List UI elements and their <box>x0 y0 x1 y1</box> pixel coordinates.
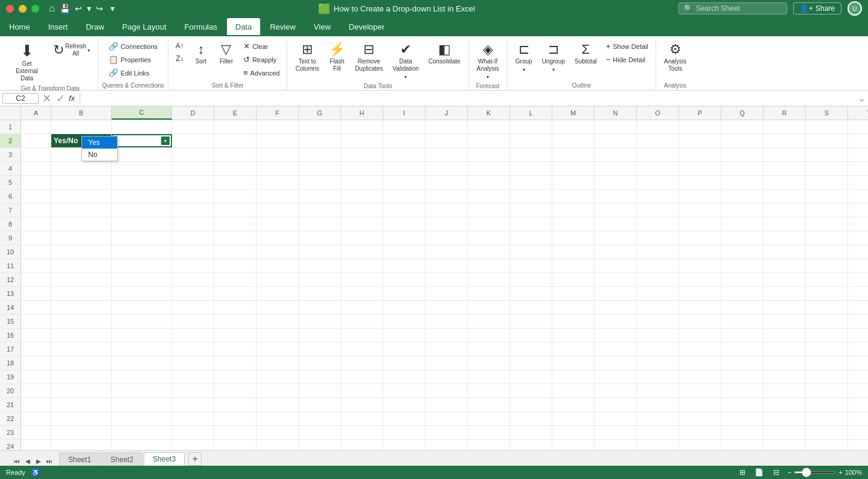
cell-J5[interactable] <box>426 176 468 189</box>
cell-E6[interactable] <box>214 190 257 203</box>
row-header-20[interactable]: 20 <box>0 384 21 397</box>
cell-E21[interactable] <box>214 398 257 411</box>
cell-R22[interactable] <box>764 412 806 425</box>
col-header-i[interactable]: I <box>383 106 426 120</box>
cell-D2[interactable] <box>172 134 214 147</box>
row-header-2[interactable]: 2 <box>0 134 21 147</box>
cell-Q17[interactable] <box>721 342 764 356</box>
cell-C19[interactable] <box>112 370 172 384</box>
cell-H3[interactable] <box>341 148 383 161</box>
cell-G2[interactable] <box>299 134 341 147</box>
cell-G4[interactable] <box>299 162 341 175</box>
cell-F6[interactable] <box>257 190 299 203</box>
cell-S9[interactable] <box>806 231 848 245</box>
cell-N16[interactable] <box>595 329 637 342</box>
cell-D20[interactable] <box>172 384 214 397</box>
cell-E5[interactable] <box>214 176 257 189</box>
row-header-10[interactable]: 10 <box>0 245 21 259</box>
cell-K4[interactable] <box>468 162 510 175</box>
cell-J18[interactable] <box>426 356 468 370</box>
cell-O3[interactable] <box>637 148 679 161</box>
cell-N5[interactable] <box>595 176 637 189</box>
cell-J2[interactable] <box>426 134 468 147</box>
cell-K9[interactable] <box>468 231 510 245</box>
cell-K21[interactable] <box>468 398 510 411</box>
cell-J12[interactable] <box>426 273 468 286</box>
cell-E11[interactable] <box>214 259 257 272</box>
cell-A2[interactable] <box>21 134 51 147</box>
row-header-1[interactable]: 1 <box>0 120 21 133</box>
cell-L16[interactable] <box>510 329 552 342</box>
cell-A21[interactable] <box>21 398 51 411</box>
cell-H14[interactable] <box>341 301 383 314</box>
cell-B7[interactable] <box>51 204 112 217</box>
cell-P24[interactable] <box>679 440 721 450</box>
cell-D21[interactable] <box>172 398 214 411</box>
cell-J21[interactable] <box>426 398 468 411</box>
row-header-7[interactable]: 7 <box>0 204 21 217</box>
sort-za-button[interactable]: Z↓ <box>172 53 187 65</box>
cell-F22[interactable] <box>257 412 299 425</box>
cell-I24[interactable] <box>383 440 426 450</box>
subtotal-button[interactable]: Σ Subtotal <box>570 40 601 68</box>
cell-E23[interactable] <box>214 426 257 439</box>
cell-P17[interactable] <box>679 342 721 356</box>
cell-T11[interactable] <box>848 259 868 272</box>
cell-N14[interactable] <box>595 301 637 314</box>
cell-G14[interactable] <box>299 301 341 314</box>
cell-L6[interactable] <box>510 190 552 203</box>
cell-K22[interactable] <box>468 412 510 425</box>
cell-N12[interactable] <box>595 273 637 286</box>
cell-L13[interactable] <box>510 287 552 300</box>
cell-I11[interactable] <box>383 259 426 272</box>
cell-E22[interactable] <box>214 412 257 425</box>
cell-S11[interactable] <box>806 259 848 272</box>
cell-N3[interactable] <box>595 148 637 161</box>
cell-B10[interactable] <box>51 245 112 259</box>
cell-E12[interactable] <box>214 273 257 286</box>
cell-C2[interactable]: ▾ <box>112 134 172 147</box>
cell-K23[interactable] <box>468 426 510 439</box>
row-header-15[interactable]: 15 <box>0 315 21 328</box>
formula-bar-check-icon[interactable]: ✓ <box>55 92 66 105</box>
cell-G1[interactable] <box>299 120 341 133</box>
cell-G22[interactable] <box>299 412 341 425</box>
cell-C9[interactable] <box>112 231 172 245</box>
cell-H12[interactable] <box>341 273 383 286</box>
cell-L21[interactable] <box>510 398 552 411</box>
cell-C8[interactable] <box>112 217 172 231</box>
cell-T17[interactable] <box>848 342 868 356</box>
row-header-17[interactable]: 17 <box>0 342 21 356</box>
cell-B16[interactable] <box>51 329 112 342</box>
cell-H22[interactable] <box>341 412 383 425</box>
cell-H15[interactable] <box>341 315 383 328</box>
cell-I8[interactable] <box>383 217 426 231</box>
dropdown-option-yes[interactable]: Yes <box>82 137 117 149</box>
tab-first-button[interactable]: ⏮ <box>12 456 22 466</box>
cell-B18[interactable] <box>51 356 112 370</box>
cell-Q20[interactable] <box>721 384 764 397</box>
cell-J7[interactable] <box>426 204 468 217</box>
cell-F24[interactable] <box>257 440 299 450</box>
col-header-f[interactable]: F <box>257 106 299 120</box>
cell-N21[interactable] <box>595 398 637 411</box>
col-header-s[interactable]: S <box>806 106 848 120</box>
cell-B8[interactable] <box>51 217 112 231</box>
tab-prev-button[interactable]: ◀ <box>23 456 33 466</box>
cell-S14[interactable] <box>806 301 848 314</box>
cell-O9[interactable] <box>637 231 679 245</box>
cell-P13[interactable] <box>679 287 721 300</box>
cell-B1[interactable] <box>51 120 112 133</box>
cell-P8[interactable] <box>679 217 721 231</box>
cell-O8[interactable] <box>637 217 679 231</box>
zoom-in-icon[interactable]: + <box>838 469 842 476</box>
cell-L7[interactable] <box>510 204 552 217</box>
cell-F8[interactable] <box>257 217 299 231</box>
cell-Q5[interactable] <box>721 176 764 189</box>
cell-G21[interactable] <box>299 398 341 411</box>
cell-A20[interactable] <box>21 384 51 397</box>
cell-Q2[interactable] <box>721 134 764 147</box>
formula-bar-expand-icon[interactable]: ⌄ <box>858 92 866 104</box>
row-header-14[interactable]: 14 <box>0 301 21 314</box>
cell-K6[interactable] <box>468 190 510 203</box>
